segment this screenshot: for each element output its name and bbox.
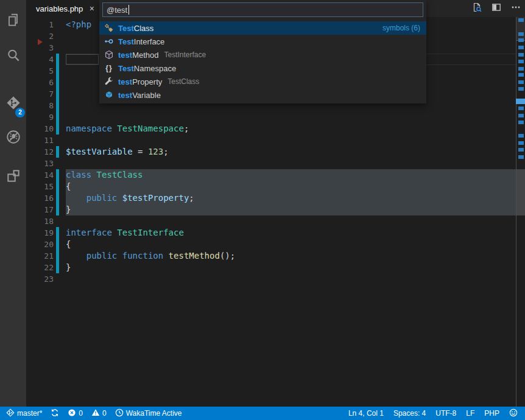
symbol-item-testvariable[interactable]: testVariable <box>99 88 426 102</box>
line-number: 21 <box>26 250 54 262</box>
symbol-item-testmethod[interactable]: testMethodTestInterface <box>99 48 426 61</box>
git-modified-indicator <box>54 262 66 273</box>
status-bar-right: Ln 4, Col 1Spaces: 4UTF-8LFPHP <box>348 408 525 419</box>
gutter-space <box>54 30 66 42</box>
sync-status[interactable] <box>51 408 59 419</box>
gutter-space <box>54 158 66 169</box>
cursor-position[interactable]: Ln 4, Col 1 <box>348 409 384 418</box>
git-branch-status[interactable]: master* <box>6 408 42 419</box>
code-line-23[interactable]: 23 <box>26 273 525 285</box>
language-mode[interactable]: PHP <box>484 409 499 418</box>
activity-bar-item-search[interactable] <box>0 43 26 71</box>
git-modified-indicator <box>54 88 66 100</box>
symbol-item-testnamespace[interactable]: {}TestNamespace <box>99 61 426 75</box>
line-number: 12 <box>26 146 54 158</box>
code-text: $testVariable = 123; <box>66 146 516 158</box>
warning-count[interactable]: 0 <box>91 408 107 419</box>
activity-bar-item-debug[interactable] <box>0 124 26 152</box>
ruler-match-mark <box>518 18 524 22</box>
line-number: 18 <box>26 215 54 227</box>
class-icon <box>104 23 114 33</box>
gutter-space <box>54 215 66 227</box>
encoding[interactable]: UTF-8 <box>435 409 456 418</box>
tab-label: variables.php <box>36 4 83 13</box>
error-count[interactable]: 0 <box>68 408 83 419</box>
symbol-item-testinterface[interactable]: TestInterface <box>99 35 426 48</box>
feedback-smiley[interactable] <box>509 408 518 419</box>
namespace-icon: {} <box>104 63 114 73</box>
line-number: 22 <box>26 262 54 273</box>
wakatime-status[interactable]: WakaTime Active <box>115 408 182 419</box>
ruler-match-mark <box>518 148 524 152</box>
symbol-suggestion-list: TestClasssymbols (6)TestInterfacetestMet… <box>99 21 426 102</box>
symbol-label: TestClass <box>118 24 153 33</box>
warning-icon <box>91 408 100 419</box>
status-label: 0 <box>102 409 107 418</box>
code-line-21[interactable]: 21 public function testMethod(); <box>26 250 525 262</box>
code-line-13[interactable]: 13 <box>26 158 525 169</box>
symbol-item-testclass[interactable]: TestClasssymbols (6) <box>99 21 426 35</box>
code-line-14[interactable]: 14class TestClass <box>26 169 525 181</box>
line-number: 15 <box>26 181 54 192</box>
gutter-space <box>54 42 66 54</box>
tab-variables-php[interactable]: variables.php × <box>26 0 99 17</box>
line-number: 14 <box>26 169 54 181</box>
close-icon[interactable]: × <box>90 4 94 13</box>
ruler-match-mark <box>518 73 524 77</box>
line-number: 6 <box>26 77 54 88</box>
activity-bar-item-source-control[interactable]: 2 <box>0 90 26 118</box>
ruler-selection-mark <box>516 169 525 215</box>
code-line-20[interactable]: 20{ <box>26 239 525 250</box>
property-icon <box>104 77 114 86</box>
error-icon <box>68 408 76 419</box>
code-text: public function testMethod(); <box>66 250 516 262</box>
more-actions-button[interactable] <box>510 3 521 14</box>
code-line-12[interactable]: 12$testVariable = 123; <box>26 146 525 158</box>
code-line-15[interactable]: 15{ <box>26 181 525 192</box>
code-line-10[interactable]: 10namespace TestNamespace; <box>26 123 525 135</box>
activity-bar-item-files[interactable] <box>0 7 26 35</box>
code-text <box>66 273 516 285</box>
code-line-19[interactable]: 19interface TestInterface <box>26 227 525 239</box>
overview-ruler[interactable] <box>516 17 525 407</box>
line-number: 10 <box>26 123 54 135</box>
symbol-group-label: symbols (6) <box>382 24 420 32</box>
code-text: namespace TestNamespace; <box>66 123 516 135</box>
gutter-space <box>54 19 66 30</box>
symbol-label: testMethod <box>118 51 159 60</box>
code-line-16[interactable]: 16 public $testProperty; <box>26 192 525 204</box>
status-label: Ln 4, Col 1 <box>348 409 384 418</box>
symbol-item-testproperty[interactable]: testPropertyTestClass <box>99 75 426 88</box>
ruler-match-mark <box>518 60 524 63</box>
code-text <box>66 111 516 123</box>
code-line-17[interactable]: 17} <box>26 204 525 215</box>
code-line-18[interactable]: 18 <box>26 215 525 227</box>
code-text: class TestClass <box>66 169 516 181</box>
ruler-match-mark <box>518 53 524 57</box>
method-icon <box>104 50 114 60</box>
ruler-current-match-mark <box>516 99 525 104</box>
status-bar-left: master*00WakaTime Active <box>0 408 182 419</box>
indentation[interactable]: Spaces: 4 <box>393 409 426 418</box>
symbol-label: TestNamespace <box>118 64 176 73</box>
line-number: 7 <box>26 88 54 100</box>
activity-bar-item-extensions[interactable] <box>0 163 26 191</box>
code-line-11[interactable]: 11 <box>26 135 525 146</box>
code-line-22[interactable]: 22} <box>26 262 525 273</box>
git-modified-indicator <box>54 146 66 158</box>
ruler-match-mark <box>518 32 524 36</box>
activity-bar: 2 <box>0 0 26 407</box>
find-in-file-button[interactable] <box>471 3 482 14</box>
eol[interactable]: LF <box>466 409 474 418</box>
line-number: 19 <box>26 227 54 239</box>
ruler-match-mark <box>518 114 524 117</box>
split-editor-button[interactable] <box>491 3 502 14</box>
quick-open-input-wrap <box>102 2 423 17</box>
quick-open-input[interactable] <box>102 2 423 17</box>
more-actions-icon <box>511 2 521 15</box>
git-modified-indicator <box>54 77 66 88</box>
line-number: 11 <box>26 135 54 146</box>
ruler-match-mark <box>518 141 524 145</box>
code-line-9[interactable]: 9 <box>26 111 525 123</box>
code-text: interface TestInterface <box>66 227 516 239</box>
